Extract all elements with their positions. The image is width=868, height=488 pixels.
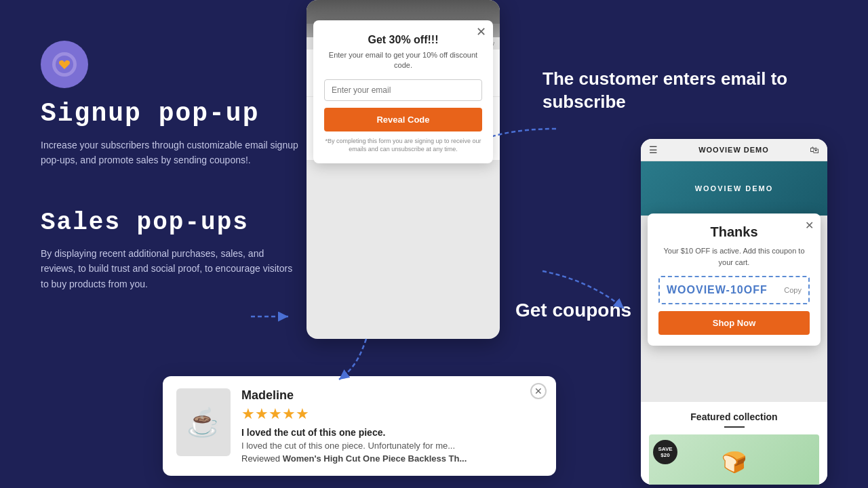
save-badge: SAVE $20 <box>653 440 677 464</box>
legal-text: *By completing this form you are signing… <box>324 137 482 154</box>
save-label: SAVE <box>658 446 672 452</box>
save-amount: $20 <box>660 452 669 458</box>
email-input[interactable] <box>324 79 482 101</box>
popup-subtitle: Enter your email to get your 10% off dis… <box>324 50 482 71</box>
coupon-code-box: WOOVIEW-10OFF Copy <box>658 276 810 304</box>
review-popup-content: Madeline ★★★★★ I loved the cut of this o… <box>241 388 542 464</box>
featured-title: Featured collection <box>649 411 819 422</box>
phone-banner: WOOVIEW DEMO <box>641 161 827 216</box>
signup-title: Signup pop-up <box>41 99 298 128</box>
coupon-code: WOOVIEW-10OFF <box>667 284 768 296</box>
review-popup-product-name: Women's High Cut One Piece Backless Th..… <box>283 453 467 464</box>
signup-popup: ✕ Get 30% off!!! Enter your email to get… <box>313 20 493 163</box>
store-name: WOOVIEW DEMO <box>698 146 769 154</box>
left-section: Signup pop-up Increase your subscribers … <box>41 41 298 291</box>
coupon-close-button[interactable]: ✕ <box>805 219 814 232</box>
review-popup-body: I loved the cut of this one piece. Unfor… <box>241 441 542 451</box>
signup-desc: Increase your subscribers through custom… <box>41 138 298 168</box>
right-phone: ☰ WOOVIEW DEMO 🛍 WOOVIEW DEMO ✕ Thanks Y… <box>641 139 827 485</box>
featured-divider <box>724 426 745 428</box>
logo-icon <box>41 41 88 88</box>
coupon-popup: ✕ Thanks Your $10 OFF is active. Add thi… <box>648 214 821 346</box>
popup-close-button[interactable]: ✕ <box>476 26 486 38</box>
subscribe-annotation: The customer enters email to subscribe <box>542 68 868 114</box>
review-popup-reviewer-name: Madeline <box>241 388 542 403</box>
coupon-desc: Your $10 OFF is active. Add this coupon … <box>658 245 810 268</box>
shop-now-button[interactable]: Shop Now <box>658 311 810 335</box>
review-popup-stars: ★★★★★ <box>241 405 542 423</box>
phone-header: ☰ WOOVIEW DEMO 🛍 <box>641 139 827 161</box>
arrow-3 <box>332 332 400 386</box>
review-popup-close-button[interactable]: ✕ <box>530 383 547 399</box>
coupon-title: Thanks <box>658 224 810 240</box>
bottom-review-popup: ✕ ☕ Madeline ★★★★★ I loved the cut of th… <box>163 376 556 476</box>
center-phone: ✕ Get 30% off!!! Enter your email to get… <box>307 0 500 339</box>
sales-title: Sales pop-ups <box>41 209 298 237</box>
hamburger-icon[interactable]: ☰ <box>649 144 658 155</box>
cart-icon[interactable]: 🛍 <box>810 144 819 155</box>
copy-button[interactable]: Copy <box>784 286 802 294</box>
arrow-sales <box>251 306 298 327</box>
reveal-code-button[interactable]: Reveal Code <box>324 108 482 131</box>
arrow-2 <box>536 264 631 319</box>
review-popup-heading: I loved the cut of this one piece. <box>241 427 542 438</box>
review-popup-product-image: ☕ <box>176 388 231 456</box>
sales-desc: By displaying recent additional purchase… <box>41 246 298 291</box>
review-popup-product: Reviewed Women's High Cut One Piece Back… <box>241 453 542 464</box>
popup-title: Get 30% off!!! <box>324 34 482 46</box>
